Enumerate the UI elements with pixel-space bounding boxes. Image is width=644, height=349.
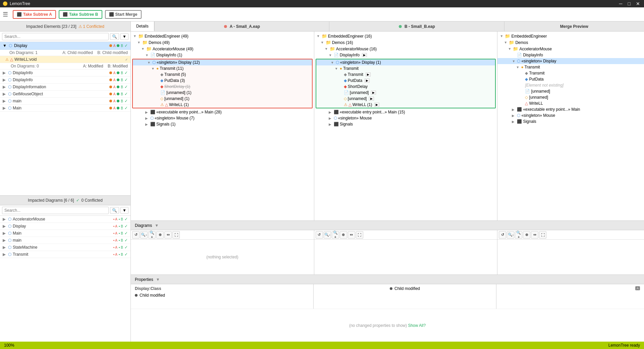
tree-node[interactable]: ▼ 📁 EmbeddedEngineer (16) [314,33,497,39]
tree-node[interactable]: ▼ ● Transmit [316,65,495,71]
diagram-fit-width-btn[interactable]: ⇔ [164,231,172,239]
tree-node[interactable]: ◆ ShortDelay (1) [133,84,312,90]
tree-node[interactable]: ⚠ △ WriteLL (1) ▶ [316,102,495,108]
diagram-fit-width-btn[interactable]: ⇔ [531,231,538,239]
elements-search-button[interactable]: 🔍 [110,33,119,40]
close-button[interactable]: ✕ [635,1,641,6]
diagram-fit-all-btn[interactable]: ⛶ [356,231,363,239]
tree-node[interactable]: ▶ ⬛ «executable entry point...» Main [497,106,644,112]
diagram-item[interactable]: ▶ ⬡ AcceleratorMouse • A • B ✓ [0,216,130,223]
item-icon: ⬛ [150,122,155,127]
tree-node-display-preview[interactable]: ▼ ⬡ «singleton» Display [497,58,644,64]
tree-node[interactable]: ◆ Transmit ▶ [316,71,495,78]
tree-node[interactable]: ▼ ● Transmit [497,64,644,70]
list-item[interactable]: ▶ ⬡ DisplayInfo A B ✓ [0,69,130,77]
tree-node[interactable]: ▼ 📄 DisplayInfo (1) [131,52,314,58]
tree-node[interactable]: ⚠ △ WriteLL (1) [133,102,312,108]
tree-node[interactable]: ◆ ShortDelay [316,84,495,90]
diagram-pan-btn[interactable]: ⊕ [340,231,347,239]
tree-node[interactable]: 📄 [unnamed] (1) [133,90,312,96]
show-all-link[interactable]: Show All? [408,323,426,328]
tree-node[interactable]: ▶ ⬛ «executable entry point...» Main (15… [314,109,497,115]
tree-node[interactable]: [Element not existing] [497,82,644,88]
tree-node[interactable]: ◆ PutData (3) [133,78,312,84]
tree-node[interactable]: ▼ 📁 AcceleratorMouse (16) [314,46,497,52]
tree-node-display-a[interactable]: ▼ ⬡ «singleton» Display (12) [133,59,312,65]
tree-node[interactable]: 📄 [unnamed] ▶ [316,90,495,96]
tree-node[interactable]: ▶ ⬡ «singleton» Mouse [497,112,644,118]
diagrams-search-input[interactable] [2,207,109,214]
diagram-item[interactable]: ▶ ⬡ StateMachine • A • B ✓ [0,244,130,251]
minimize-button[interactable]: ─ [618,1,624,6]
diagram-zoom-out-btn[interactable]: 🔍- [324,231,331,239]
list-item[interactable]: ▶ ⬡ Main A B ✓ [0,105,130,112]
tree-node[interactable]: ◆ Transmit [497,70,644,76]
diagram-zoom-in-btn[interactable]: 🔍+ [515,231,522,239]
diagram-refresh-btn[interactable]: ↺ [499,231,506,239]
tree-node[interactable]: △ WriteLL [497,100,644,106]
tree-node[interactable]: ◇ [unnamed] (1) [133,96,312,102]
list-item[interactable]: ▶ ⬡ DisplayInfo A B ✓ [0,77,130,84]
diagram-pan-btn[interactable]: ⊕ [523,231,530,239]
tree-node[interactable]: ▶ ⬡ «singleton» Mouse [314,115,497,121]
diagrams-filter-button[interactable]: ▼ [120,207,128,214]
diagram-item[interactable]: ▶ ⬡ Display • A • B ✓ [0,223,130,230]
diagram-refresh-btn[interactable]: ↺ [316,231,323,239]
tree-node[interactable]: ▶ ⬛ Signals [497,118,644,124]
tree-node-display-b[interactable]: ▼ ⬡ «singleton» Display (1) [316,59,495,65]
tree-node[interactable]: ▼ 📁 Demos (49) [131,39,314,46]
hamburger-menu[interactable]: ☰ [3,11,8,18]
list-item[interactable]: ▶ ⬡ main A B ✓ [0,98,130,105]
tree-node[interactable]: ▼ 📁 EmbeddedEngineer [497,33,644,39]
maximize-button[interactable]: □ [627,1,632,6]
selected-display-item[interactable]: ▼ ⬡ Display A B ✓ [0,42,130,50]
diagram-zoom-in-btn[interactable]: 🔍+ [148,231,156,239]
start-merge-button[interactable]: ⬛ Start Merge [105,10,142,19]
tree-node[interactable]: 📄 [unnamed] [497,88,644,94]
writell-item[interactable]: ⚠ △ WriteLL:void ✓ [0,56,130,63]
expand-btn[interactable]: ▶ [369,97,374,101]
details-tab[interactable]: Details [131,21,154,31]
take-subtree-a-button[interactable]: ⬛ Take Subtree A [13,10,56,19]
diagram-fit-all-btn[interactable]: ⛶ [172,231,180,239]
tree-node[interactable]: ▼ 📁 EmbeddedEngineer (49) [131,33,314,39]
diagram-refresh-btn[interactable]: ↺ [132,231,140,239]
diagram-zoom-out-btn[interactable]: 🔍- [507,231,514,239]
tree-node[interactable]: ◆ PutData [497,76,644,82]
tree-node[interactable]: ▼ 📁 Demos [497,39,644,46]
diagram-pan-btn[interactable]: ⊕ [156,231,164,239]
expand-btn[interactable]: ▶ [374,103,379,107]
diagram-fit-width-btn[interactable]: ⇔ [348,231,355,239]
expand-btn[interactable]: ▶ [366,72,371,77]
elements-filter-button[interactable]: ▼ [120,33,128,40]
expand-btn[interactable]: ▶ [371,91,376,95]
tree-node[interactable]: ▼ ● Transmit (11) [133,65,312,71]
tree-node[interactable]: ◇ [unnamed] [497,94,644,100]
tree-node[interactable]: ◆ Transmit (5) [133,71,312,78]
take-subtree-b-button[interactable]: ⬛ Take Subtree B [59,10,102,19]
diagrams-search-button[interactable]: 🔍 [110,207,119,214]
tree-node[interactable]: ▶ ⬛ Signals [314,121,497,127]
tree-node[interactable]: ◆ PutData ▶ [316,78,495,84]
diagram-fit-all-btn[interactable]: ⛶ [539,231,546,239]
expand-btn[interactable]: ▶ [365,79,370,83]
tree-node[interactable]: ▼ 📄 DisplayInfo ▶ [314,52,497,58]
diagram-zoom-out-btn[interactable]: 🔍- [140,231,148,239]
tree-node[interactable]: ▶ ⬡ «singleton» Mouse (7) [131,115,314,121]
expand-btn[interactable]: ▶ [362,53,367,57]
diagram-zoom-in-btn[interactable]: 🔍+ [332,231,339,239]
tree-node[interactable]: ◇ [unnamed] ▶ [316,96,495,102]
tree-node[interactable]: ▼ 📁 Demos (16) [314,39,497,46]
list-item[interactable]: ▶ ⬡ GetMouseObject A B ✓ [0,91,130,98]
diagram-item[interactable]: ▶ ⬡ Main • A • B ✓ [0,230,130,237]
folder-icon: 📁 [509,40,514,45]
tree-node[interactable]: ▶ ⬛ «executable entry point...» Main (28… [131,109,314,115]
diagram-item[interactable]: ▶ ⬡ main • A • B ✓ [0,237,130,244]
tree-node[interactable]: ▶ ⬛ Signals (1) [131,121,314,127]
diagram-item[interactable]: ▶ ⬡ Transmit • A • B ✓ [0,251,130,258]
tree-node[interactable]: ▼ 📁 AcceleratorMouse [497,46,644,52]
list-item[interactable]: ▶ ⬡ DisplayInformation A B ✓ [0,84,130,91]
tree-node[interactable]: ▼ 📁 AcceleratorMouse (49) [131,46,314,52]
tree-node[interactable]: 📄 DisplayInfo [497,52,644,58]
elements-search-input[interactable] [2,33,109,40]
